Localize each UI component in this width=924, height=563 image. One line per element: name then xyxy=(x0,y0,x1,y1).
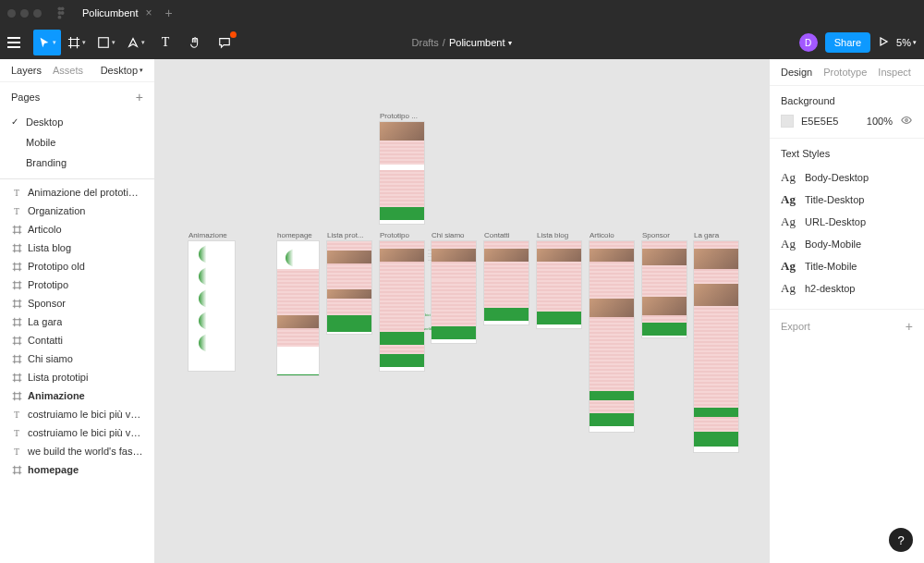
tab-assets[interactable]: Assets xyxy=(53,65,83,76)
avatar[interactable]: D xyxy=(799,33,818,52)
text-style-sample: Ag xyxy=(781,192,797,207)
page-item[interactable]: Mobile xyxy=(0,132,154,153)
canvas-frame[interactable]: Lista blog xyxy=(537,231,581,328)
layer-label: Articolo xyxy=(28,224,62,235)
pen-tool[interactable]: ▾ xyxy=(122,30,150,55)
page-item[interactable]: Desktop xyxy=(0,112,154,132)
present-icon[interactable] xyxy=(878,36,889,49)
tab-prototype[interactable]: Prototype xyxy=(823,67,867,78)
layer-item[interactable]: Lista prototipi xyxy=(0,368,154,386)
canvas-frame[interactable]: Prototipo ... xyxy=(380,112,424,224)
toolbar: ▾ ▾ ▾ ▾ T Drafts / Policumbent ▾ D Share xyxy=(0,26,924,59)
layer-label: Lista blog xyxy=(28,242,71,253)
tab-layers[interactable]: Layers xyxy=(11,65,42,76)
file-tab[interactable]: Policumbent × + xyxy=(82,6,173,20)
frame-label[interactable]: La gara xyxy=(694,231,738,239)
frame-label[interactable]: Contatti xyxy=(484,231,529,239)
comment-tool[interactable] xyxy=(211,30,238,55)
frame-label[interactable]: Prototipo ... xyxy=(380,112,424,120)
layer-item[interactable]: TAnimazione del prototipo sullo scr... xyxy=(0,183,154,202)
layer-item[interactable]: Sponsor xyxy=(0,294,154,312)
breadcrumb[interactable]: Drafts / Policumbent ▾ xyxy=(412,37,513,48)
canvas-frame[interactable]: homepage xyxy=(277,231,319,375)
zoom-control[interactable]: 5% ▾ xyxy=(896,37,917,48)
frame-label[interactable]: Lista prot... xyxy=(327,231,371,239)
text-style-item[interactable]: AgBody-Mobile xyxy=(781,233,913,255)
window-controls[interactable] xyxy=(7,9,42,18)
pages-heading: Pages xyxy=(11,92,40,103)
canvas-frame[interactable]: Chi siamo xyxy=(432,231,476,343)
page-selector[interactable]: Desktop ▾ xyxy=(101,65,143,76)
text-style-item[interactable]: AgTitle-Mobile xyxy=(781,255,913,277)
text-style-item[interactable]: AgURL-Desktop xyxy=(781,211,913,233)
text-style-sample: Ag xyxy=(781,259,797,274)
layer-item[interactable]: Prototipo xyxy=(0,275,154,294)
background-heading: Background xyxy=(781,95,913,106)
layer-item[interactable]: La gara xyxy=(0,312,154,331)
frame-tool[interactable]: ▾ xyxy=(63,30,91,55)
layer-item[interactable]: Contatti xyxy=(0,331,154,349)
menu-icon[interactable] xyxy=(7,37,26,48)
text-layer-icon: T xyxy=(11,187,22,198)
text-style-item[interactable]: AgTitle-Desktop xyxy=(781,189,913,211)
canvas-frame[interactable]: Animazione xyxy=(188,231,235,371)
help-button[interactable]: ? xyxy=(889,528,913,552)
frame-label[interactable]: homepage xyxy=(277,231,319,239)
layer-label: costruiamo le bici più veloci al mo... xyxy=(28,409,143,420)
text-style-sample: Ag xyxy=(781,170,797,185)
layer-label: Sponsor xyxy=(28,298,66,309)
layer-item[interactable]: homepage xyxy=(0,460,154,479)
layer-item[interactable]: Animazione xyxy=(0,386,154,405)
breadcrumb-project: Policumbent xyxy=(449,37,505,48)
shape-tool[interactable]: ▾ xyxy=(92,30,120,55)
frame-layer-icon xyxy=(11,279,22,290)
canvas-frame[interactable]: Lista prot... xyxy=(327,231,371,334)
canvas-frame[interactable]: Sponsor xyxy=(642,231,687,337)
page-item[interactable]: Branding xyxy=(0,153,154,173)
frame-label[interactable]: Articolo xyxy=(590,231,634,239)
share-button[interactable]: Share xyxy=(825,32,870,53)
text-tool[interactable]: T xyxy=(152,30,179,55)
layer-item[interactable]: Articolo xyxy=(0,220,154,239)
file-tab-title: Policumbent xyxy=(82,7,139,18)
layer-item[interactable]: Tcostruiamo le bici più veloci al mo... xyxy=(0,423,154,442)
add-export-icon[interactable]: + xyxy=(906,319,913,334)
frame-layer-icon xyxy=(11,353,22,364)
canvas-frame[interactable]: Articolo xyxy=(590,231,634,432)
text-layer-icon: T xyxy=(11,446,22,457)
notification-dot-icon xyxy=(230,31,237,38)
frame-layer-icon xyxy=(11,335,22,346)
text-layer-icon: T xyxy=(11,409,22,420)
layer-item[interactable]: Tcostruiamo le bici più veloci al mo... xyxy=(0,405,154,423)
layer-item[interactable]: Prototipo old xyxy=(0,257,154,275)
frame-layer-icon xyxy=(11,464,22,475)
layer-label: Contatti xyxy=(28,335,63,346)
background-opacity[interactable]: 100% xyxy=(867,116,893,127)
canvas-frame[interactable]: Prototipo xyxy=(380,231,424,371)
background-section: Background E5E5E5 100% xyxy=(770,86,924,139)
frame-label[interactable]: Animazione xyxy=(188,231,235,239)
layer-item[interactable]: Chi siamo xyxy=(0,349,154,368)
frame-label[interactable]: Prototipo xyxy=(380,231,424,239)
text-style-item[interactable]: Agh2-desktop xyxy=(781,277,913,300)
tab-inspect[interactable]: Inspect xyxy=(878,67,910,78)
hand-tool[interactable] xyxy=(181,30,209,55)
background-swatch[interactable] xyxy=(781,115,794,128)
canvas-frame[interactable]: La gara xyxy=(694,231,738,452)
frame-label[interactable]: Sponsor xyxy=(642,231,687,239)
layer-item[interactable]: Lista blog xyxy=(0,239,154,257)
new-tab-icon[interactable]: + xyxy=(165,6,173,20)
canvas[interactable]: ─────────── ──── ── ───── ─── costruiamo… xyxy=(155,59,769,563)
move-tool[interactable]: ▾ xyxy=(33,30,61,55)
add-page-icon[interactable]: + xyxy=(136,90,143,104)
frame-label[interactable]: Chi siamo xyxy=(432,231,476,239)
visibility-icon[interactable] xyxy=(900,114,913,129)
canvas-frame[interactable]: Contatti xyxy=(484,231,529,324)
layer-item[interactable]: TOrganization xyxy=(0,202,154,220)
background-hex[interactable]: E5E5E5 xyxy=(801,116,859,127)
close-tab-icon[interactable]: × xyxy=(146,6,152,19)
text-style-item[interactable]: AgBody-Desktop xyxy=(781,166,913,189)
tab-design[interactable]: Design xyxy=(781,67,812,78)
layer-item[interactable]: Twe build the world's fastest bikes xyxy=(0,442,154,460)
frame-label[interactable]: Lista blog xyxy=(537,231,581,239)
